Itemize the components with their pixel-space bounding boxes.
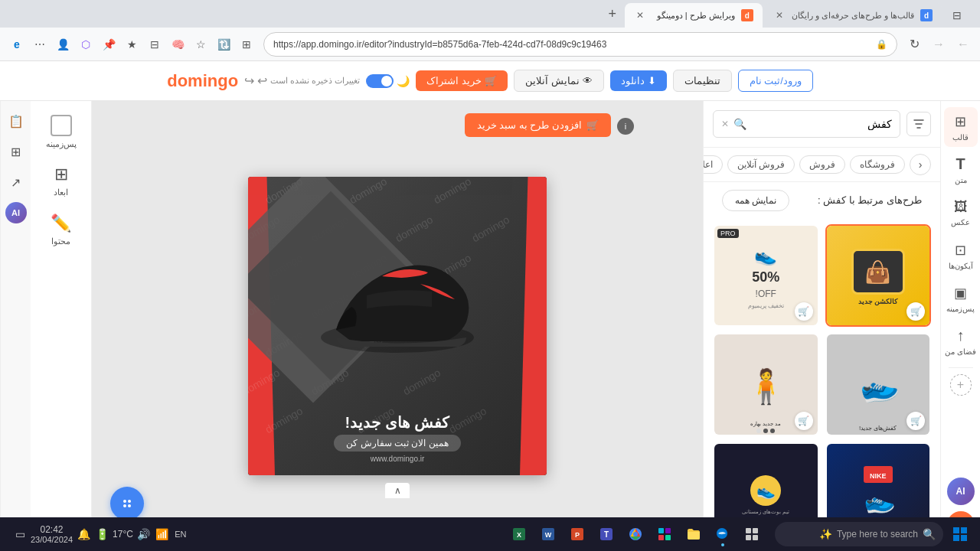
- browser-refresh-icon[interactable]: 🔃: [213, 34, 234, 55]
- download-button[interactable]: ⬇ دانلود: [610, 70, 667, 91]
- taskbar-powerpoint[interactable]: P: [564, 520, 591, 548]
- background-tool-label: پس‌زمینه: [46, 139, 77, 149]
- sidebar-item-text[interactable]: T متن: [944, 150, 978, 190]
- cat-store[interactable]: فروشگاه: [850, 155, 905, 174]
- ai-button[interactable]: AI: [947, 478, 975, 505]
- refresh-button[interactable]: ↻: [903, 34, 925, 55]
- tray-clock[interactable]: 02:42 23/04/2024: [31, 524, 73, 544]
- theme-toggle[interactable]: 🌙: [366, 74, 410, 88]
- category-tabs: ‹ فروشگاه فروش فروش آنلاین اعلان: [704, 148, 940, 182]
- left-sidebar-paste[interactable]: 📋: [2, 107, 30, 135]
- template-card-1[interactable]: 👜 کالکشن جدید 🛒: [825, 224, 932, 327]
- tab2-close[interactable]: ✕: [634, 9, 646, 21]
- svg-rect-10: [753, 528, 758, 533]
- taskbar-task-view[interactable]: [738, 520, 766, 548]
- add-to-cart-button[interactable]: 🛒 افزودن طرح به سبد خرید: [465, 113, 611, 137]
- left-sidebar-ai-helper[interactable]: AI: [2, 199, 30, 227]
- browser-extensions[interactable]: ⊞: [236, 34, 257, 55]
- template3-cart[interactable]: 🛒: [906, 412, 925, 430]
- sidebar-item-background[interactable]: ▣ پس‌زمینه: [944, 279, 978, 318]
- taskbar-teams[interactable]: T: [593, 520, 620, 548]
- browser-profile[interactable]: 👤: [52, 34, 74, 55]
- taskbar-search-text: Type here to search: [837, 529, 918, 540]
- canvas-url: www.domingo.ir: [248, 455, 547, 463]
- browser-tab-1[interactable]: d قالب‌ها و طرح‌های حرفه‌ای و رایگان ✕: [764, 3, 942, 28]
- category-prev[interactable]: ‹: [910, 154, 931, 175]
- floating-action-button[interactable]: [110, 487, 144, 520]
- tray-show-desktop[interactable]: ▭: [12, 527, 28, 542]
- taskbar-edge[interactable]: [709, 520, 737, 548]
- tool-dimensions[interactable]: ⊞ ابعاد: [37, 159, 86, 202]
- svg-rect-13: [658, 528, 664, 533]
- show-all-button[interactable]: نمایش همه: [722, 190, 789, 211]
- tab1-close[interactable]: ✕: [773, 9, 786, 21]
- canvas-info-button[interactable]: i: [617, 118, 634, 135]
- svg-rect-6: [961, 527, 967, 533]
- tray-notification[interactable]: 🔔: [76, 527, 91, 542]
- section-header: طرح‌های مرتبط با کفش : نمایش همه: [704, 182, 940, 218]
- sidebar-item-photo[interactable]: 🖼 عکس: [944, 193, 978, 233]
- forward-button[interactable]: →: [928, 34, 949, 55]
- template-search-input[interactable]: [751, 118, 892, 130]
- template-card-3[interactable]: 👟 کفش‌های جدید! 🛒: [825, 333, 932, 435]
- left-sidebar-grid[interactable]: ⊞: [2, 138, 30, 165]
- cat-sale[interactable]: فروش: [799, 155, 845, 174]
- svg-rect-9: [746, 528, 751, 533]
- browser-more[interactable]: ⋯: [29, 34, 51, 55]
- left-sidebar-share-alt[interactable]: ↗: [2, 168, 30, 196]
- sidebar-item-upload[interactable]: ↑ فضای من: [944, 321, 978, 361]
- tab2-favicon: d: [741, 9, 753, 21]
- browser-tab-2[interactable]: d ویرایش طرح | دومینگو ✕: [625, 3, 763, 28]
- tab1-favicon: d: [920, 9, 933, 21]
- tray-network[interactable]: 📶: [155, 527, 170, 542]
- text-icon: T: [956, 155, 965, 173]
- tray-speaker[interactable]: 🔊: [136, 527, 152, 542]
- login-button[interactable]: ورود/ثبت نام: [738, 70, 813, 92]
- template-search-box[interactable]: 🔍 ✕: [713, 110, 900, 138]
- template4-cart[interactable]: 🛒: [795, 412, 813, 430]
- taskbar-store[interactable]: [651, 520, 678, 548]
- settings-button[interactable]: تنظیمات: [673, 70, 732, 92]
- taskbar-explorer[interactable]: [680, 520, 707, 548]
- redo-icon[interactable]: ↪: [244, 73, 254, 88]
- start-button[interactable]: [946, 520, 974, 548]
- sidebar-item-template[interactable]: ⊞ قالب: [944, 107, 978, 147]
- browser-collections[interactable]: 🧠: [167, 34, 188, 55]
- tray-battery[interactable]: 🔋: [94, 527, 109, 542]
- icons-icon: ⊡: [955, 242, 966, 259]
- tray-language[interactable]: EN: [173, 527, 188, 542]
- cat-announcement[interactable]: اعلان: [704, 155, 723, 174]
- canvas[interactable]: domingo domingo domingo domingo domingo …: [248, 177, 547, 475]
- taskbar-excel[interactable]: X: [505, 520, 533, 548]
- browser-sidepanel[interactable]: ⊟: [144, 34, 165, 55]
- clear-search-icon[interactable]: ✕: [721, 119, 729, 129]
- tool-content[interactable]: ✏️ محتوا: [37, 208, 86, 251]
- back-button[interactable]: ←: [952, 34, 974, 55]
- sidebar-item-icons[interactable]: ⊡ آیکون‌ها: [944, 236, 978, 276]
- expand-button[interactable]: ∧: [385, 483, 410, 498]
- taskbar-word[interactable]: W: [534, 520, 562, 548]
- svg-text:X: X: [517, 531, 521, 539]
- cat-online-sale[interactable]: فروش آنلاین: [727, 155, 795, 174]
- taskbar-chrome[interactable]: [622, 520, 649, 548]
- taskbar-search[interactable]: 🔍 Type here to search ✨: [775, 522, 943, 546]
- upload-label: فضای من: [945, 347, 976, 356]
- browser-copilot[interactable]: ⬡: [75, 34, 96, 55]
- address-bar[interactable]: 🔒 https://app.domingo.ir/editor?industry…: [263, 32, 897, 57]
- new-tab-button[interactable]: +: [602, 3, 623, 24]
- right-sidebar: ⊞ قالب T متن 🖼 عکس ⊡ آیکون‌ها ▣ پس‌زم: [940, 101, 980, 551]
- sidebar-add-button[interactable]: +: [950, 374, 972, 396]
- content-tool-icon: ✏️: [51, 214, 71, 233]
- template-card-4[interactable]: 🧍 مد جدید بهاره 🛒: [713, 333, 819, 435]
- tool-background[interactable]: پس‌زمینه: [37, 110, 86, 153]
- preview-button[interactable]: 👁 نمایش آنلاین: [514, 70, 604, 92]
- browser-star[interactable]: ☆: [190, 34, 211, 55]
- undo-icon[interactable]: ↩: [257, 73, 267, 88]
- browser-favorites[interactable]: 📌: [98, 34, 119, 55]
- template2-cart[interactable]: 🛒: [795, 302, 813, 321]
- share-button[interactable]: 🛒 خرید اشتراک: [416, 70, 508, 91]
- canvas-area: 🛒 افزودن طرح به سبد خرید i: [92, 101, 703, 551]
- filter-button[interactable]: [906, 112, 931, 136]
- template-card-2[interactable]: PRO 👟 50% OFF! تخفیف پریمیوم 🛒: [713, 224, 819, 327]
- browser-bookmark[interactable]: ★: [121, 34, 142, 55]
